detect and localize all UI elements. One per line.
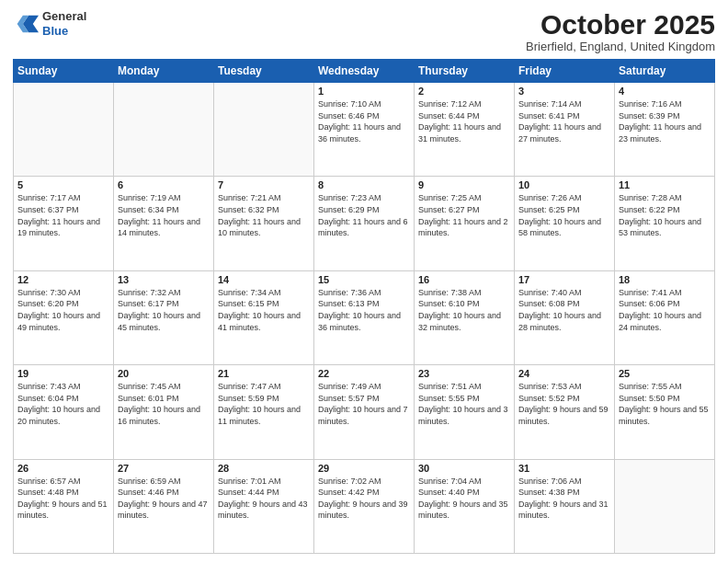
day-number: 29 <box>318 463 410 474</box>
day-number: 19 <box>17 368 109 379</box>
logo-icon <box>13 11 39 37</box>
calendar-cell: 10Sunrise: 7:26 AM Sunset: 6:25 PM Dayli… <box>515 177 615 270</box>
day-info: Sunrise: 7:55 AM Sunset: 5:50 PM Dayligh… <box>619 381 711 427</box>
day-number: 25 <box>619 368 711 379</box>
day-info: Sunrise: 7:17 AM Sunset: 6:37 PM Dayligh… <box>17 192 109 238</box>
calendar-week-2: 12Sunrise: 7:30 AM Sunset: 6:20 PM Dayli… <box>14 270 715 364</box>
day-info: Sunrise: 7:26 AM Sunset: 6:25 PM Dayligh… <box>518 192 610 238</box>
day-number: 23 <box>418 368 510 379</box>
day-info: Sunrise: 7:06 AM Sunset: 4:38 PM Dayligh… <box>518 476 610 522</box>
day-info: Sunrise: 7:12 AM Sunset: 6:44 PM Dayligh… <box>418 98 510 144</box>
day-info: Sunrise: 7:45 AM Sunset: 6:01 PM Dayligh… <box>118 381 210 427</box>
calendar-cell: 27Sunrise: 6:59 AM Sunset: 4:46 PM Dayli… <box>114 459 214 553</box>
day-number: 5 <box>17 179 109 190</box>
calendar-cell: 7Sunrise: 7:21 AM Sunset: 6:32 PM Daylig… <box>214 177 314 270</box>
calendar-cell: 29Sunrise: 7:02 AM Sunset: 4:42 PM Dayli… <box>314 459 415 553</box>
logo-text: General Blue <box>42 9 86 38</box>
day-number: 8 <box>318 179 410 190</box>
day-number: 11 <box>619 179 711 190</box>
day-number: 16 <box>418 274 510 285</box>
day-number: 26 <box>17 463 109 474</box>
calendar-week-0: 1Sunrise: 7:10 AM Sunset: 6:46 PM Daylig… <box>14 83 715 177</box>
day-number: 1 <box>318 86 410 97</box>
day-number: 14 <box>218 274 310 285</box>
calendar-cell: 15Sunrise: 7:36 AM Sunset: 6:13 PM Dayli… <box>314 270 415 364</box>
day-header-tuesday: Tuesday <box>214 60 314 83</box>
day-info: Sunrise: 7:23 AM Sunset: 6:29 PM Dayligh… <box>318 192 410 238</box>
calendar-cell: 13Sunrise: 7:32 AM Sunset: 6:17 PM Dayli… <box>114 270 214 364</box>
calendar-cell: 6Sunrise: 7:19 AM Sunset: 6:34 PM Daylig… <box>114 177 214 270</box>
day-header-friday: Friday <box>515 60 615 83</box>
day-number: 9 <box>418 179 510 190</box>
day-info: Sunrise: 7:28 AM Sunset: 6:22 PM Dayligh… <box>619 192 711 238</box>
day-info: Sunrise: 7:10 AM Sunset: 6:46 PM Dayligh… <box>318 98 410 144</box>
calendar-cell <box>114 83 214 177</box>
calendar-cell: 26Sunrise: 6:57 AM Sunset: 4:48 PM Dayli… <box>14 459 114 553</box>
calendar-cell <box>615 459 715 553</box>
day-info: Sunrise: 7:53 AM Sunset: 5:52 PM Dayligh… <box>518 381 610 427</box>
calendar-cell: 14Sunrise: 7:34 AM Sunset: 6:15 PM Dayli… <box>214 270 314 364</box>
day-info: Sunrise: 7:38 AM Sunset: 6:10 PM Dayligh… <box>418 287 510 333</box>
day-info: Sunrise: 7:21 AM Sunset: 6:32 PM Dayligh… <box>218 192 310 238</box>
calendar-cell: 3Sunrise: 7:14 AM Sunset: 6:41 PM Daylig… <box>515 83 615 177</box>
calendar-cell: 17Sunrise: 7:40 AM Sunset: 6:08 PM Dayli… <box>515 270 615 364</box>
day-number: 7 <box>218 179 310 190</box>
calendar-cell: 30Sunrise: 7:04 AM Sunset: 4:40 PM Dayli… <box>415 459 515 553</box>
day-info: Sunrise: 7:40 AM Sunset: 6:08 PM Dayligh… <box>518 287 610 333</box>
day-number: 15 <box>318 274 410 285</box>
day-info: Sunrise: 7:43 AM Sunset: 6:04 PM Dayligh… <box>17 381 109 427</box>
day-number: 24 <box>518 368 610 379</box>
calendar-week-4: 26Sunrise: 6:57 AM Sunset: 4:48 PM Dayli… <box>14 459 715 553</box>
day-info: Sunrise: 6:57 AM Sunset: 4:48 PM Dayligh… <box>17 476 109 522</box>
day-number: 13 <box>118 274 210 285</box>
calendar-cell <box>14 83 114 177</box>
calendar-table: SundayMondayTuesdayWednesdayThursdayFrid… <box>13 59 715 554</box>
day-info: Sunrise: 7:01 AM Sunset: 4:44 PM Dayligh… <box>218 476 310 522</box>
calendar-cell: 11Sunrise: 7:28 AM Sunset: 6:22 PM Dayli… <box>615 177 715 270</box>
day-info: Sunrise: 7:51 AM Sunset: 5:55 PM Dayligh… <box>418 381 510 427</box>
day-header-wednesday: Wednesday <box>314 60 415 83</box>
day-header-saturday: Saturday <box>615 60 715 83</box>
calendar-cell: 12Sunrise: 7:30 AM Sunset: 6:20 PM Dayli… <box>14 270 114 364</box>
day-number: 31 <box>518 463 610 474</box>
day-number: 4 <box>619 86 711 97</box>
calendar-cell: 25Sunrise: 7:55 AM Sunset: 5:50 PM Dayli… <box>615 365 715 459</box>
day-number: 6 <box>118 179 210 190</box>
day-number: 18 <box>619 274 711 285</box>
calendar-cell: 18Sunrise: 7:41 AM Sunset: 6:06 PM Dayli… <box>615 270 715 364</box>
day-number: 20 <box>118 368 210 379</box>
calendar-cell: 8Sunrise: 7:23 AM Sunset: 6:29 PM Daylig… <box>314 177 415 270</box>
day-number: 27 <box>118 463 210 474</box>
day-info: Sunrise: 7:30 AM Sunset: 6:20 PM Dayligh… <box>17 287 109 333</box>
day-info: Sunrise: 7:02 AM Sunset: 4:42 PM Dayligh… <box>318 476 410 522</box>
calendar-cell: 24Sunrise: 7:53 AM Sunset: 5:52 PM Dayli… <box>515 365 615 459</box>
calendar-cell: 1Sunrise: 7:10 AM Sunset: 6:46 PM Daylig… <box>314 83 415 177</box>
month-title: October 2025 <box>526 9 715 40</box>
calendar-cell: 22Sunrise: 7:49 AM Sunset: 5:57 PM Dayli… <box>314 365 415 459</box>
calendar-cell: 9Sunrise: 7:25 AM Sunset: 6:27 PM Daylig… <box>415 177 515 270</box>
location: Brierfield, England, United Kingdom <box>526 40 715 53</box>
calendar-cell: 23Sunrise: 7:51 AM Sunset: 5:55 PM Dayli… <box>415 365 515 459</box>
calendar-cell: 16Sunrise: 7:38 AM Sunset: 6:10 PM Dayli… <box>415 270 515 364</box>
day-info: Sunrise: 7:36 AM Sunset: 6:13 PM Dayligh… <box>318 287 410 333</box>
day-info: Sunrise: 7:34 AM Sunset: 6:15 PM Dayligh… <box>218 287 310 333</box>
day-number: 28 <box>218 463 310 474</box>
day-number: 30 <box>418 463 510 474</box>
day-number: 3 <box>518 86 610 97</box>
day-info: Sunrise: 7:14 AM Sunset: 6:41 PM Dayligh… <box>518 98 610 144</box>
title-block: October 2025 Brierfield, England, United… <box>526 9 715 53</box>
day-number: 21 <box>218 368 310 379</box>
day-number: 2 <box>418 86 510 97</box>
calendar-week-3: 19Sunrise: 7:43 AM Sunset: 6:04 PM Dayli… <box>14 365 715 459</box>
day-header-monday: Monday <box>114 60 214 83</box>
calendar-cell <box>214 83 314 177</box>
day-number: 10 <box>518 179 610 190</box>
calendar-cell: 20Sunrise: 7:45 AM Sunset: 6:01 PM Dayli… <box>114 365 214 459</box>
calendar-cell: 2Sunrise: 7:12 AM Sunset: 6:44 PM Daylig… <box>415 83 515 177</box>
calendar-cell: 31Sunrise: 7:06 AM Sunset: 4:38 PM Dayli… <box>515 459 615 553</box>
page: General Blue October 2025 Brierfield, En… <box>0 0 728 563</box>
calendar-cell: 21Sunrise: 7:47 AM Sunset: 5:59 PM Dayli… <box>214 365 314 459</box>
day-header-thursday: Thursday <box>415 60 515 83</box>
calendar-cell: 5Sunrise: 7:17 AM Sunset: 6:37 PM Daylig… <box>14 177 114 270</box>
calendar-cell: 19Sunrise: 7:43 AM Sunset: 6:04 PM Dayli… <box>14 365 114 459</box>
